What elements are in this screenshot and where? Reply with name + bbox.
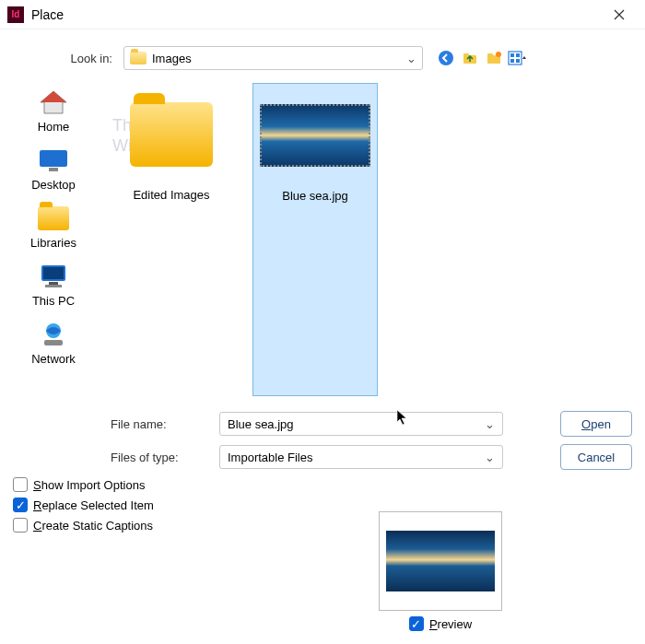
- sidebar-item-label: Home: [38, 120, 70, 134]
- open-button[interactable]: Open: [560, 411, 632, 437]
- svg-rect-4: [487, 53, 493, 56]
- svg-rect-15: [49, 282, 58, 285]
- close-button[interactable]: [601, 0, 638, 29]
- checkbox-label: Replace Selected Item: [33, 498, 154, 512]
- checkbox-show-import[interactable]: Show Import Options: [13, 477, 632, 492]
- folder-icon: [130, 52, 147, 64]
- up-icon[interactable]: [460, 48, 480, 68]
- filename-label: File name:: [111, 417, 212, 431]
- sidebar-item-network[interactable]: Network: [31, 321, 76, 366]
- sidebar-item-libraries[interactable]: Libraries: [30, 205, 76, 250]
- svg-rect-7: [510, 53, 514, 57]
- libraries-icon: [38, 205, 69, 232]
- svg-rect-11: [40, 150, 67, 167]
- svg-rect-14: [43, 267, 64, 279]
- lookin-row: Look in: Images ⌄: [0, 29, 645, 77]
- sidebar-item-label: This PC: [32, 294, 75, 308]
- home-icon: [38, 88, 69, 116]
- svg-rect-2: [463, 53, 469, 56]
- nav-icon-bar: [436, 48, 528, 68]
- filetype-value: Importable Files: [228, 451, 312, 464]
- sidebar-item-home[interactable]: Home: [38, 88, 70, 134]
- sidebar-item-label: Desktop: [31, 178, 76, 192]
- checkbox-preview[interactable]: ✓ Preview: [409, 616, 472, 631]
- checkbox-icon: ✓: [409, 616, 424, 631]
- preview-image: [386, 531, 495, 591]
- file-form: File name: Blue sea.jpg ⌄ Open Files of …: [0, 402, 645, 474]
- filetype-dropdown[interactable]: Importable Files ⌄: [219, 445, 503, 469]
- lookin-dropdown[interactable]: Images ⌄: [123, 46, 423, 70]
- file-item-label: Blue sea.jpg: [257, 183, 373, 203]
- options-group: Show Import Options ✓ Replace Selected I…: [0, 474, 645, 536]
- chevron-down-icon: ⌄: [485, 451, 495, 464]
- file-item-image[interactable]: Blue sea.jpg: [252, 83, 378, 396]
- sidebar-item-label: Libraries: [30, 236, 76, 250]
- new-folder-icon[interactable]: [484, 48, 504, 68]
- file-list-pane[interactable]: The WindowsClub Edited Images Blue sea.j…: [103, 77, 632, 402]
- svg-rect-8: [516, 53, 520, 57]
- preview-panel: ✓ Preview: [376, 511, 505, 631]
- checkbox-create-captions[interactable]: Create Static Captions: [13, 518, 632, 533]
- folder-icon: [112, 87, 230, 182]
- svg-rect-12: [49, 168, 58, 171]
- filename-input[interactable]: Blue sea.jpg ⌄: [219, 412, 503, 436]
- chevron-down-icon: ⌄: [406, 52, 416, 65]
- svg-rect-9: [510, 59, 514, 63]
- filetype-label: Files of type:: [111, 451, 212, 464]
- svg-point-5: [496, 52, 501, 57]
- titlebar: Id Place: [0, 0, 645, 29]
- network-icon: [38, 321, 69, 348]
- image-thumbnail: [257, 88, 373, 183]
- chevron-down-icon: ⌄: [485, 417, 495, 431]
- sidebar-item-thispc[interactable]: This PC: [32, 263, 75, 308]
- view-menu-icon[interactable]: [508, 48, 528, 68]
- checkbox-label: Preview: [429, 617, 472, 631]
- window-title: Place: [31, 7, 64, 22]
- checkbox-icon: ✓: [13, 498, 28, 512]
- lookin-label: Look in:: [13, 52, 112, 65]
- app-icon: Id: [7, 6, 24, 23]
- cancel-button[interactable]: Cancel: [560, 444, 632, 470]
- sidebar-item-label: Network: [31, 352, 76, 366]
- places-sidebar: Home Desktop Libraries This PC Network: [13, 77, 94, 402]
- filename-value: Blue sea.jpg: [228, 417, 294, 431]
- close-icon: [614, 9, 625, 20]
- lookin-value: Images: [152, 52, 192, 65]
- svg-rect-16: [45, 285, 62, 287]
- checkbox-label: Create Static Captions: [33, 519, 153, 533]
- svg-rect-10: [516, 59, 520, 63]
- preview-frame: [379, 511, 502, 611]
- checkbox-icon: [13, 477, 28, 492]
- checkbox-replace-selected[interactable]: ✓ Replace Selected Item: [13, 498, 632, 512]
- back-icon[interactable]: [436, 48, 456, 68]
- svg-point-0: [439, 51, 453, 65]
- checkbox-icon: [13, 518, 28, 533]
- file-item-folder[interactable]: Edited Images: [109, 83, 234, 396]
- svg-rect-18: [44, 340, 63, 345]
- file-item-label: Edited Images: [112, 182, 230, 202]
- sidebar-item-desktop[interactable]: Desktop: [31, 146, 76, 192]
- checkbox-label: Show Import Options: [33, 478, 145, 492]
- desktop-icon: [38, 146, 69, 174]
- pc-icon: [38, 263, 69, 290]
